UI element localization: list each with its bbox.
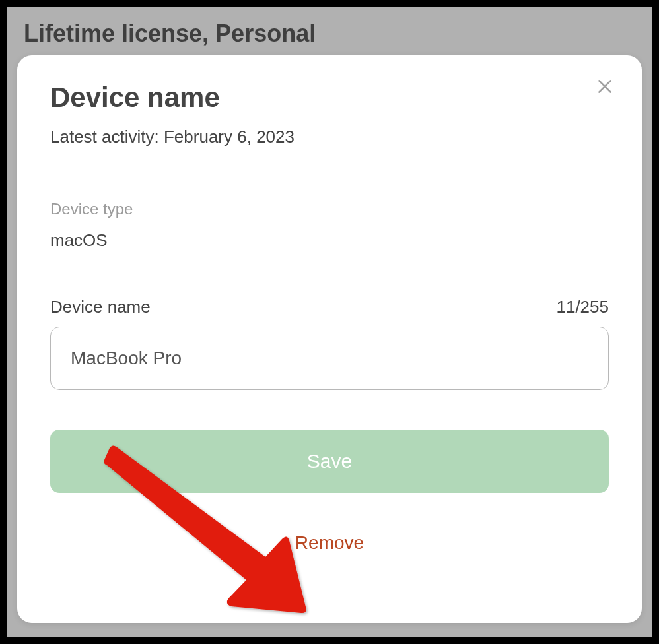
char-count: 11/255	[556, 297, 609, 317]
device-name-input[interactable]	[50, 327, 609, 390]
save-button[interactable]: Save	[50, 430, 609, 493]
device-name-label: Device name	[50, 297, 151, 317]
close-icon	[596, 78, 613, 97]
device-type-value: macOS	[50, 230, 609, 251]
close-button[interactable]	[593, 75, 617, 99]
remove-button[interactable]: Remove	[50, 532, 609, 554]
latest-activity: Latest activity: February 6, 2023	[50, 127, 609, 147]
modal-title: Device name	[50, 82, 609, 113]
device-type-label: Device type	[50, 200, 609, 218]
page-title: Lifetime license, Personal	[17, 20, 642, 48]
device-modal: Device name Latest activity: February 6,…	[17, 55, 642, 623]
